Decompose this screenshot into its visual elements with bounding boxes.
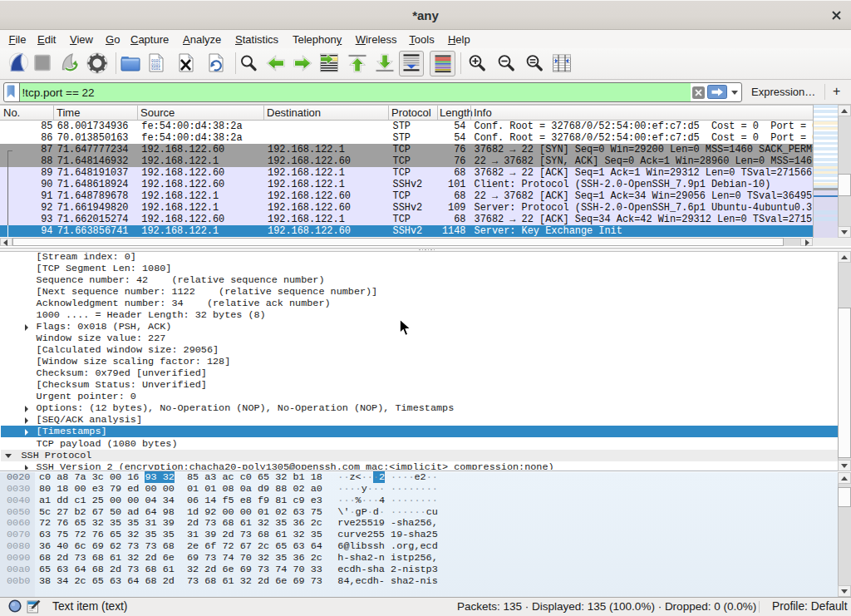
svg-text:0101: 0101 <box>151 67 160 71</box>
